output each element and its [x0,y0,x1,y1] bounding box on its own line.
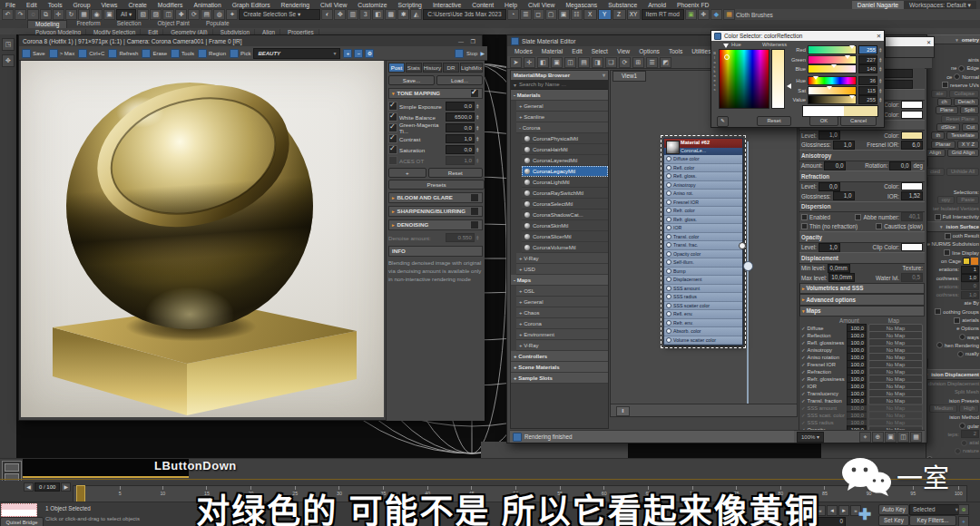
vfb-toolbar-button[interactable]: Tools [171,49,194,58]
menu-item[interactable]: Megascans [560,2,603,8]
vfb-toolbar-button[interactable]: Pick [230,49,250,58]
node-slot[interactable]: SSS radius [664,293,742,302]
browser-item[interactable]: + USD [516,264,608,275]
slot-socket-icon[interactable] [666,294,671,299]
toolbar-icon[interactable]: ◭ [410,9,422,20]
value-spinner[interactable]: 40,1 [901,212,923,221]
value-spinner[interactable]: 1,0 [818,131,840,140]
channel-value-field[interactable]: 140 [858,64,877,73]
sme-menu-item[interactable]: Options [635,48,663,54]
toolbar-icon[interactable]: ▣ [558,9,570,20]
sme-nav-icon[interactable]: ▦ [910,432,922,443]
node-slot[interactable]: Displacement [664,276,742,285]
toolbar-icon[interactable]: ↶ [2,9,14,20]
menu-item[interactable]: Animation [188,2,226,8]
map-row[interactable]: SSS radius 100,0 No Map [799,419,925,426]
command-panel-row[interactable]: ooth Result [926,232,980,240]
menu-item[interactable]: Arnold [642,2,671,8]
slot-socket-icon[interactable] [666,173,671,179]
sme-toolbar-icon[interactable]: ◫ [564,57,576,68]
toolbar-icon[interactable]: ▩ [385,9,397,20]
menu-item[interactable]: Rendering [276,2,315,8]
vfb-toolbar-button[interactable]: Refresh [108,49,138,58]
command-panel-row[interactable]: on Cage [926,257,980,265]
window-controls[interactable]: — ❐ [458,38,478,44]
rt-tool-box[interactable]: Item RT mod [642,9,684,20]
value-spinner[interactable]: 0,0 [446,145,475,154]
browser-item[interactable]: + Sample Slots [511,373,608,384]
vfb-tab[interactable]: DR [443,63,459,73]
channel-slider[interactable] [808,64,857,73]
command-panel-row[interactable]: gular [926,422,980,430]
browser-item[interactable]: + V-Ray [516,253,608,264]
tone-mapping-checkbox[interactable] [470,89,479,98]
node-slot[interactable]: Refr. gloss. [664,216,742,225]
sme-menu-item[interactable]: Modes [511,48,536,54]
channel-value-field[interactable]: 255 [858,95,877,104]
row-checkbox[interactable] [388,112,397,122]
command-panel-row[interactable]: AlignGrid Align [926,149,980,157]
vfb-tab[interactable]: LightMix [460,63,483,73]
command-panel-row[interactable]: Split Mesh [926,388,980,396]
value-spinner[interactable]: 0,0 [824,161,846,170]
parameter-row[interactable]: Level: 1,0 Color: [799,131,925,141]
command-panel-row[interactable]: ision Presets [926,396,980,404]
slot-socket-icon[interactable] [666,277,671,282]
toolbar-icon[interactable]: ◉ [91,9,103,20]
value-spinner[interactable]: 1,0 [818,243,840,252]
row-checkbox[interactable] [388,156,397,165]
menu-item[interactable]: Help [499,2,523,8]
node-slot[interactable]: IOR [664,224,742,233]
sme-nav-icon[interactable]: ◫ [897,432,909,443]
parameter-row[interactable]: Thin (no refraction) Caustics (slow) [799,222,925,232]
node-header[interactable]: Material #62 CoronaLe... [664,139,742,155]
ribbon-tab[interactable]: Object Paint [151,20,197,27]
command-panel-row[interactable]: ateCollapse [926,90,980,98]
toolbar-icon[interactable]: ◆ [710,9,722,20]
command-panel-row[interactable]: reserve UVs [926,81,980,89]
sme-toolbar-icon[interactable]: ❏ [605,57,617,68]
menu-item[interactable]: Modifiers [152,2,189,8]
browser-header[interactable]: Material/Map Browser▾ [511,71,608,80]
command-panel-row[interactable]: ways [926,333,980,341]
ribbon-tab[interactable]: Selection [110,20,149,27]
parameter-row[interactable]: Level: 0,0 Color: [799,182,925,192]
menu-item[interactable]: Views [95,2,122,8]
command-panel-row[interactable]: nually [926,350,980,358]
color-cursor[interactable] [724,54,730,60]
browser-item[interactable]: + General [516,101,608,112]
sme-toolbar-icon[interactable]: ▤ [578,57,590,68]
command-panel-row[interactable]: PlanarX Y Z [926,141,980,149]
slot-socket-icon[interactable] [666,311,671,317]
command-panel-row[interactable]: Selections: [926,188,980,196]
parameter-row[interactable]: Glossiness: 1,0 Fresnel IOR: 6,0 [799,141,925,151]
viewport-tool-icon[interactable]: ✥ [2,54,15,67]
browser-item[interactable]: CoronaPhysicalMtl [522,133,608,144]
view-slider-track[interactable] [747,141,749,404]
reset-button[interactable]: Reset [757,116,791,126]
sme-menu-item[interactable]: View [613,48,633,54]
axis-constraint-button[interactable]: Z [612,9,626,20]
command-panel-row[interactable]: dSliceCut [926,123,980,132]
sme-toolbar-icon[interactable]: ◨ [592,57,603,68]
toolbar-icon[interactable]: ◻ [533,9,544,20]
slider-marker[interactable] [831,64,837,71]
browser-item[interactable]: + Scene Materials [511,362,608,373]
rollout-checkbox[interactable] [470,193,479,202]
axis-constraint-button[interactable]: XY [627,9,641,20]
browser-item[interactable]: CoronaSlicerMtl [522,231,608,242]
command-panel-row[interactable]: neEdge [926,64,980,73]
slot-socket-icon[interactable] [666,268,671,274]
command-panel-row[interactable]: hen Rendering [926,341,980,349]
browser-item[interactable]: + Environment [516,329,608,340]
toolbar-icon[interactable]: 3 [359,9,371,20]
node-slot[interactable]: Volume scatter color [664,336,742,346]
browser-item[interactable]: - Corona [516,122,608,133]
toolbar-icon[interactable]: ✚ [698,9,710,20]
color-swatch[interactable] [901,243,923,251]
command-panel-row[interactable]: erations:1 [926,266,980,274]
command-panel-row[interactable]: oothing Groups [926,307,980,316]
toolbar-icon[interactable]: ▦ [78,9,90,20]
value-spinner[interactable]: 0,0 [889,161,911,170]
browser-item[interactable]: - Maps [511,275,608,286]
